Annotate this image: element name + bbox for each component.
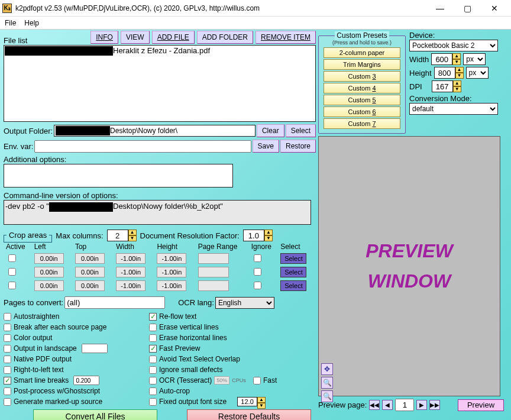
drf-label: Document Resolution Factor: — [140, 231, 240, 240]
fast-checkbox[interactable] — [253, 377, 261, 385]
erase-horiz-checkbox[interactable] — [149, 334, 157, 342]
preset-button[interactable]: Custom 4 — [324, 83, 400, 93]
preset-button[interactable]: Custom 6 — [324, 106, 400, 117]
preset-button[interactable]: Custom 3 — [324, 71, 400, 82]
crop-width[interactable] — [116, 253, 145, 264]
crop-legend: Crop areas — [7, 231, 49, 240]
view-button[interactable]: VIEW — [121, 31, 150, 44]
fixedfont-checkbox[interactable] — [149, 398, 157, 406]
additional-options-input[interactable] — [4, 164, 233, 188]
crop-height[interactable] — [157, 253, 186, 264]
zoom-out-icon[interactable]: 🔍 — [321, 390, 333, 402]
height-label: Height — [409, 69, 432, 77]
crop-pagerange[interactable] — [198, 253, 229, 264]
removeitem-button[interactable]: REMOVE ITEM — [256, 31, 316, 44]
cmdline-label: Command-line version of options: — [4, 191, 316, 200]
presets-hint: (Press and hold to save.) — [332, 40, 392, 46]
maxcol-label: Max columns: — [56, 231, 103, 240]
maximize-button[interactable]: ▢ — [459, 2, 476, 14]
dpi-spinner[interactable]: ▲▼ — [432, 80, 461, 92]
smartbreak-value[interactable] — [73, 376, 99, 385]
page-last-button[interactable]: ▶▶ — [429, 400, 440, 410]
erase-vert-checkbox[interactable] — [149, 324, 157, 331]
redacted-path — [56, 126, 110, 135]
close-button[interactable]: ✕ — [486, 2, 503, 14]
crop-left[interactable] — [34, 253, 64, 264]
clear-button[interactable]: Clear — [257, 124, 284, 137]
page-number-input[interactable] — [395, 399, 414, 411]
restore-defaults-button[interactable]: Restore Defaults — [187, 409, 311, 420]
landscape-value[interactable] — [82, 344, 108, 353]
app-icon: K₂ — [2, 4, 12, 13]
maxcol-spinner[interactable]: ▲▼ — [107, 230, 137, 241]
height-unit-select[interactable]: px — [466, 67, 489, 79]
envvar-label: Env. var: — [4, 142, 33, 151]
pages-input[interactable] — [64, 296, 165, 309]
preset-button[interactable]: Custom 7 — [324, 118, 400, 129]
zoom-in-icon[interactable]: 🔍 — [321, 377, 333, 389]
help-menu[interactable]: Help — [24, 19, 39, 27]
height-spinner[interactable]: ▲▼ — [434, 67, 464, 79]
select-button[interactable]: Select — [286, 124, 316, 137]
file-list[interactable]: Heraklit z Efezu - Zdania.pdf — [4, 45, 316, 122]
crop-active-checkbox[interactable] — [8, 268, 16, 276]
info-button[interactable]: INFO — [90, 31, 118, 44]
restore-button[interactable]: Restore — [280, 140, 316, 153]
width-spinner[interactable]: ▲▼ — [431, 53, 461, 65]
pages-label: Pages to convert: — [4, 298, 63, 307]
color-checkbox[interactable] — [4, 334, 11, 342]
preview-button[interactable]: Preview — [458, 399, 504, 411]
ocr-checkbox[interactable] — [149, 377, 157, 385]
presets-legend: Custom Presets — [335, 31, 389, 40]
preview-window: PREVIEW WINDOW — [318, 136, 500, 396]
markup-checkbox[interactable] — [4, 398, 11, 406]
postprocess-checkbox[interactable] — [4, 387, 11, 395]
minimize-button[interactable]: — — [432, 2, 448, 14]
mode-select[interactable]: default — [409, 103, 498, 115]
autocrop-checkbox[interactable] — [149, 387, 157, 395]
rtl-checkbox[interactable] — [4, 366, 11, 374]
fixedfont-spinner[interactable]: ▲▼ — [237, 397, 266, 406]
smartbreak-checkbox[interactable]: ✓ — [4, 377, 11, 385]
crop-ignore-checkbox[interactable] — [254, 254, 261, 262]
convert-button[interactable]: Convert All Files — [33, 409, 157, 420]
page-first-button[interactable]: ◀◀ — [369, 400, 380, 410]
page-next-button[interactable]: ▶ — [416, 400, 427, 410]
crop-active-checkbox[interactable] — [8, 282, 16, 289]
landscape-checkbox[interactable] — [4, 345, 11, 353]
device-select[interactable]: Pocketbook Basic 2 — [409, 40, 498, 51]
preset-button[interactable]: 2-column paper — [324, 47, 400, 58]
crop-active-checkbox[interactable] — [8, 254, 16, 262]
save-button[interactable]: Save — [253, 140, 279, 153]
page-prev-button[interactable]: ◀ — [382, 400, 393, 410]
envvar-input[interactable] — [34, 140, 251, 153]
move-tool-icon[interactable]: ✥ — [321, 363, 333, 375]
additional-options-label: Additional options: — [4, 155, 316, 164]
break-checkbox[interactable] — [4, 324, 11, 331]
autostraighten-checkbox[interactable] — [4, 313, 11, 321]
output-folder-label: Output Folder: — [4, 127, 53, 135]
file-menu[interactable]: File — [5, 19, 16, 27]
file-list-item[interactable]: Heraklit z Efezu - Zdania.pdf — [5, 46, 315, 56]
avoid-overlap-checkbox[interactable] — [149, 356, 157, 363]
crop-top[interactable] — [75, 253, 105, 264]
cmdline-display: -dev pb2 -o "Desktop\Nowy folder\%b_k2op… — [4, 200, 311, 225]
preset-button[interactable]: Custom 5 — [324, 95, 400, 105]
reflow-checkbox[interactable]: ✓ — [149, 313, 157, 321]
mode-label: Conversion Mode: — [409, 94, 503, 103]
width-unit-select[interactable]: px — [463, 53, 486, 65]
dpi-label: DPI — [409, 82, 422, 91]
crop-select-button[interactable]: Select — [280, 253, 306, 264]
preset-button[interactable]: Trim Margins — [324, 59, 400, 70]
ignore-defects-checkbox[interactable] — [149, 366, 157, 374]
addfolder-button[interactable]: ADD FOLDER — [197, 31, 253, 44]
ocrlang-select[interactable]: English — [215, 297, 274, 309]
nativepdf-checkbox[interactable] — [4, 356, 11, 363]
addfile-button[interactable]: ADD FILE — [152, 31, 195, 44]
crop-row: Select — [5, 279, 315, 292]
redacted-path — [5, 46, 113, 56]
window-title: k2pdfopt v2.53 (w/MuPDF,DjVuLibre,OCR), … — [15, 4, 432, 12]
drf-spinner[interactable]: ▲▼ — [243, 230, 273, 241]
output-folder-field[interactable]: Desktop\Nowy folder\ — [54, 125, 256, 137]
fastpreview-checkbox[interactable]: ✓ — [149, 345, 157, 353]
